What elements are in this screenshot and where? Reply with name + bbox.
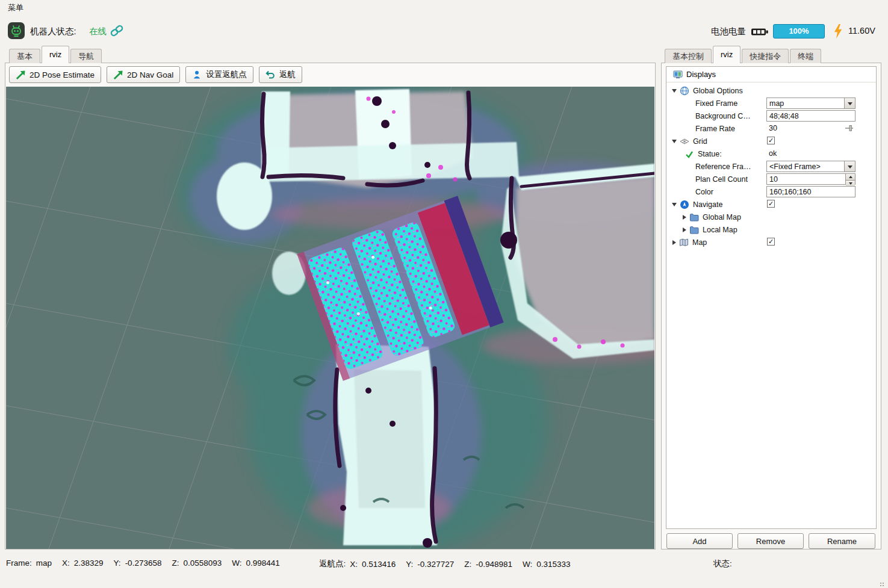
frame-pose-status: Frame: map X: 2.38329 Y: -0.273658 Z: 0.…	[6, 559, 290, 568]
row-label: Map	[692, 238, 707, 247]
row-label: Global Options	[693, 87, 743, 95]
row-label: Reference Fra…	[695, 162, 751, 171]
dropdown-value: <Fixed Frame>	[767, 162, 844, 171]
display-row-statue[interactable]: Statue: ok	[666, 147, 876, 160]
background-color-field[interactable]: 48;48;48	[766, 110, 855, 122]
rename-button[interactable]: Rename	[809, 533, 875, 549]
set-home-label: 设置返航点	[206, 69, 247, 80]
display-row-color[interactable]: Color 160;160;160	[666, 185, 876, 198]
frame-rate-value[interactable]: 30	[769, 124, 777, 132]
display-row-map[interactable]: Map	[666, 236, 876, 249]
dropdown-arrow-icon[interactable]	[844, 161, 855, 172]
navigate-icon	[680, 200, 689, 209]
folder-icon	[689, 212, 699, 222]
dropdown-arrow-icon[interactable]	[844, 98, 855, 108]
tab-basic[interactable]: 基本	[9, 49, 40, 63]
display-row-global-options[interactable]: Global Options	[666, 84, 876, 97]
displays-side-panel: Displays Global Options Fixed Frame map …	[661, 63, 881, 549]
home-y-value: -0.327727	[417, 560, 454, 569]
display-row-background-color[interactable]: Background C… 48;48;48	[666, 110, 876, 122]
displays-icon	[673, 70, 683, 79]
status-bar: Frame: map X: 2.38329 Y: -0.273658 Z: 0.…	[0, 552, 888, 588]
expander-icon[interactable]	[672, 140, 677, 143]
home-label: 返航点:	[319, 559, 346, 569]
displays-panel: Displays Global Options Fixed Frame map …	[666, 66, 877, 529]
battery-level-label: 电池电量	[711, 26, 746, 37]
grid-checkbox[interactable]	[767, 137, 775, 144]
robot-status-label: 机器人状态:	[30, 26, 76, 37]
tab-basic-control[interactable]: 基本控制	[665, 49, 712, 63]
pose-estimate-button[interactable]: 2D Pose Estimate	[9, 66, 101, 83]
left-tab-bar: 基本 rviz 导航	[9, 46, 103, 63]
expander-icon[interactable]	[683, 227, 686, 232]
app-window: { "menu": {"label": "菜单"}, "header": { "…	[0, 0, 888, 588]
display-row-grid[interactable]: Grid	[666, 135, 876, 147]
menu-bar: 菜单	[0, 0, 888, 16]
folder-icon	[689, 225, 699, 235]
link-icon	[110, 23, 124, 38]
right-tab-bar: 基本控制 rviz 快捷指令 终端	[665, 46, 822, 63]
return-home-label: 返航	[279, 69, 296, 80]
pose-x-value: 2.38329	[74, 559, 104, 568]
spin-up-icon[interactable]	[846, 174, 855, 180]
map-checkbox[interactable]	[767, 238, 775, 246]
tab-terminal[interactable]: 终端	[790, 49, 821, 63]
set-home-button[interactable]: 设置返航点	[185, 66, 253, 83]
rviz-3d-viewport[interactable]	[6, 87, 654, 549]
remove-button[interactable]: Remove	[737, 533, 804, 549]
field-value: 48;48;48	[767, 112, 799, 120]
tab-navigation[interactable]: 导航	[70, 49, 102, 63]
navigate-checkbox[interactable]	[767, 200, 775, 208]
home-x-label: X:	[350, 560, 358, 569]
expander-icon[interactable]	[672, 203, 677, 206]
row-label: Fixed Frame	[695, 99, 737, 108]
row-label: Plan Cell Count	[695, 175, 748, 184]
display-row-fixed-frame[interactable]: Fixed Frame map	[666, 97, 876, 110]
nav-goal-button[interactable]: 2D Nav Goal	[107, 66, 180, 83]
nav-goal-label: 2D Nav Goal	[127, 70, 173, 79]
tab-quick-commands[interactable]: 快捷指令	[742, 49, 789, 63]
display-row-navigate[interactable]: Navigate	[666, 198, 876, 211]
field-value: 160;160;160	[767, 188, 812, 196]
status-ok-icon	[685, 149, 694, 159]
home-x-value: 0.513416	[362, 560, 396, 569]
pose-z-label: Z:	[172, 559, 179, 568]
display-row-local-map[interactable]: Local Map	[666, 223, 876, 236]
return-arrow-icon	[265, 70, 276, 80]
expander-icon[interactable]	[683, 215, 686, 220]
statue-value: ok	[769, 149, 777, 158]
plan-cell-count-spinner[interactable]: 10	[766, 173, 855, 185]
header: 机器人状态: 在线 电池电量 100% 11.60V	[0, 16, 888, 47]
reference-frame-dropdown[interactable]: <Fixed Frame>	[766, 161, 855, 172]
display-row-global-map[interactable]: Global Map	[666, 211, 876, 223]
pose-estimate-label: 2D Pose Estimate	[29, 70, 95, 79]
row-label: Global Map	[703, 213, 741, 221]
color-field[interactable]: 160;160;160	[766, 186, 855, 197]
row-label: Frame Rate	[695, 125, 735, 133]
grid-display-icon	[680, 137, 689, 146]
rviz-view-panel: 2D Pose Estimate 2D Nav Goal 设置返航点 返航	[5, 63, 656, 549]
resize-grip-icon[interactable]	[883, 583, 884, 584]
fixed-frame-dropdown[interactable]: map	[766, 97, 855, 109]
menu-button[interactable]: 菜单	[8, 3, 23, 12]
map-display-icon	[679, 238, 689, 247]
display-row-frame-rate[interactable]: Frame Rate 30	[666, 122, 876, 135]
battery-percent-badge[interactable]: 100%	[773, 24, 825, 39]
display-row-plan-cell-count[interactable]: Plan Cell Count 10	[666, 173, 876, 185]
display-row-reference-frame[interactable]: Reference Fra… <Fixed Frame>	[666, 160, 876, 173]
home-w-value: 0.315333	[536, 560, 570, 569]
tab-rviz[interactable]: rviz	[42, 46, 69, 63]
row-label: Grid	[693, 137, 707, 146]
slider-handle-icon[interactable]	[845, 124, 854, 132]
state-label: 状态:	[713, 559, 732, 569]
expander-icon[interactable]	[672, 89, 677, 93]
frame-label: Frame:	[6, 559, 32, 568]
displays-tree: Global Options Fixed Frame map Backgroun…	[666, 82, 876, 249]
robot-status-value: 在线	[89, 26, 107, 37]
tab-rviz-panel[interactable]: rviz	[713, 46, 741, 63]
displays-header: Displays	[666, 67, 876, 82]
add-button[interactable]: Add	[666, 533, 733, 549]
return-home-button[interactable]: 返航	[259, 66, 302, 83]
expander-icon[interactable]	[672, 240, 676, 245]
home-z-value: -0.948981	[476, 560, 512, 569]
